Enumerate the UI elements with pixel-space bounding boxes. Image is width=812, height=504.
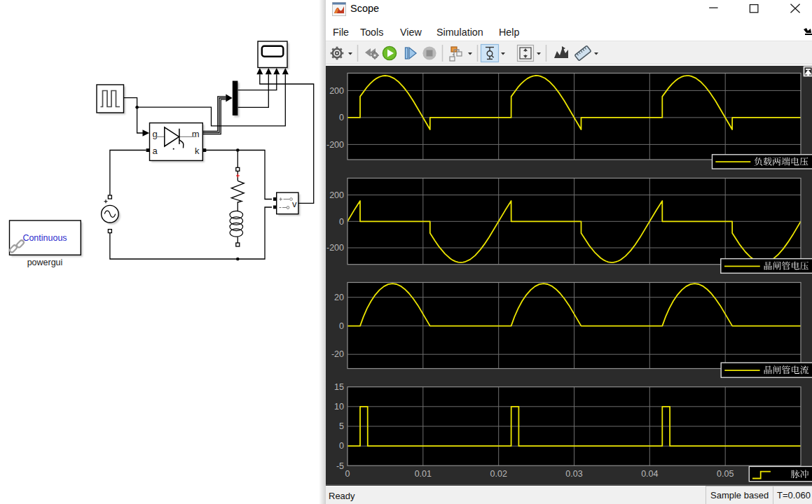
svg-text:k: k [195, 146, 200, 156]
svg-text:Continuous: Continuous [22, 233, 67, 243]
svg-text:0: 0 [339, 321, 344, 331]
svg-text:0.02: 0.02 [490, 469, 507, 479]
svg-text:200: 200 [329, 190, 344, 200]
svg-text:v: v [292, 199, 297, 209]
svg-text:0.04: 0.04 [641, 469, 658, 479]
svg-text:0: 0 [345, 469, 350, 479]
svg-text:0: 0 [339, 113, 344, 122]
svg-text:20: 20 [334, 293, 344, 302]
svg-text:0.05: 0.05 [717, 469, 734, 479]
svg-text:m: m [192, 129, 200, 139]
svg-text:-200: -200 [326, 140, 344, 150]
svg-text:0: 0 [339, 217, 344, 227]
svg-text:200: 200 [329, 86, 344, 96]
svg-text:10: 10 [334, 402, 344, 412]
svg-text:-200: -200 [326, 243, 344, 253]
svg-text:15: 15 [334, 382, 344, 392]
svg-text:powergui: powergui [27, 258, 63, 267]
svg-text:-5: -5 [336, 461, 344, 471]
svg-text:0.03: 0.03 [565, 469, 582, 479]
svg-text:0.01: 0.01 [415, 469, 432, 479]
svg-text:a: a [153, 146, 158, 156]
svg-text:5: 5 [339, 421, 344, 431]
svg-text:0: 0 [339, 441, 344, 451]
svg-text:g: g [153, 129, 158, 139]
svg-text:-20: -20 [331, 349, 344, 359]
